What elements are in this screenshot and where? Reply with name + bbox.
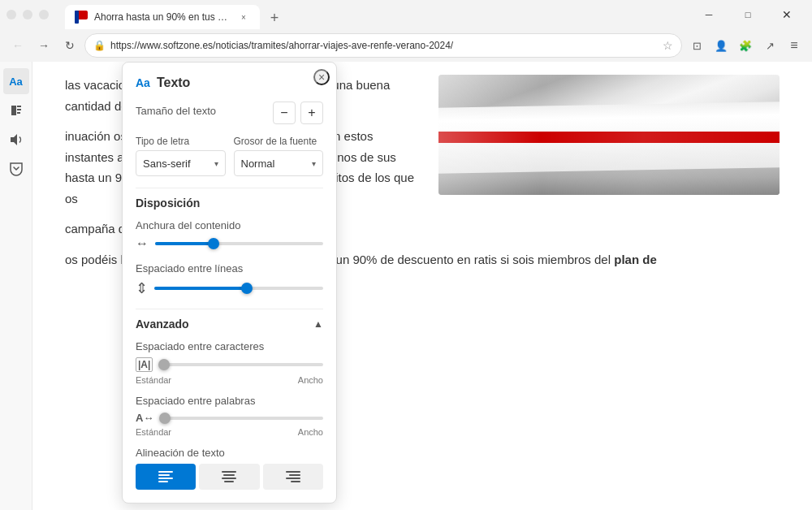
font-type-select[interactable]: Sans-serif ▾ xyxy=(136,150,226,176)
share-button[interactable]: ↗ xyxy=(758,34,781,57)
font-controls: Tipo de letra Sans-serif ▾ Grosor de la … xyxy=(136,136,323,176)
content-width-track[interactable] xyxy=(155,242,323,245)
back-button[interactable]: ← xyxy=(6,34,29,57)
line-spacing-icon: ⇕ xyxy=(136,279,148,297)
browser-content: Aa xyxy=(0,62,812,510)
font-size-control: Tamaño del texto − + xyxy=(136,102,323,124)
alignment-label: Alineación de texto xyxy=(136,447,323,459)
active-tab[interactable]: Ahorra hasta un 90% en tus via... × xyxy=(65,5,260,29)
navigation-bar: ← → ↻ 🔒 https://www.softzone.es/noticias… xyxy=(0,29,812,62)
tab-title: Ahorra hasta un 90% en tus via... xyxy=(94,11,231,23)
window-controls xyxy=(6,10,49,19)
font-type-value: Sans-serif xyxy=(143,158,214,170)
nav-actions: ⊡ 👤 🧩 ↗ ≡ xyxy=(685,34,806,57)
char-spacing-max-label: Ancho xyxy=(298,375,323,385)
font-weight-arrow-icon: ▾ xyxy=(312,159,316,168)
article-bold-2: plan de xyxy=(614,253,657,266)
word-spacing-label: Espaciado entre palabras xyxy=(136,395,323,407)
align-right-button[interactable] xyxy=(263,464,323,490)
word-spacing-icon: A↔ xyxy=(136,412,153,424)
svg-rect-11 xyxy=(286,471,300,473)
word-spacing-max-label: Ancho xyxy=(298,427,323,437)
char-spacing-icon: |A| xyxy=(136,357,153,372)
tab-bar: Ahorra hasta un 90% en tus via... × + xyxy=(58,0,687,29)
word-spacing-track[interactable] xyxy=(160,417,323,420)
font-weight-control: Grosor de la fuente Normal ▾ xyxy=(234,136,324,176)
align-left-button[interactable] xyxy=(136,464,196,490)
content-width-row: Anchura del contenido ↔ xyxy=(136,219,323,251)
content-width-label: Anchura del contenido xyxy=(136,219,323,231)
panel-close-button[interactable]: × xyxy=(313,69,330,85)
line-spacing-fill xyxy=(154,287,247,290)
layout-section-header: Disposición xyxy=(136,197,323,210)
restore-window-button[interactable]: □ xyxy=(729,2,767,27)
url-text: https://www.softzone.es/noticias/tramite… xyxy=(110,40,658,51)
train-image xyxy=(438,75,780,195)
align-center-button[interactable] xyxy=(199,464,259,490)
line-spacing-track[interactable] xyxy=(154,287,323,290)
content-width-thumb xyxy=(208,238,219,249)
font-weight-select[interactable]: Normal ▾ xyxy=(234,150,324,176)
close-window-button[interactable]: ✕ xyxy=(768,2,806,27)
svg-rect-7 xyxy=(222,471,236,473)
close-button[interactable] xyxy=(39,10,49,19)
lock-icon: 🔒 xyxy=(93,40,106,51)
minimize-button[interactable] xyxy=(6,10,16,19)
advanced-section: Avanzado ▲ Espaciado entre caracteres |A… xyxy=(136,318,323,490)
svg-rect-2 xyxy=(75,11,79,24)
char-spacing-track[interactable] xyxy=(159,363,323,366)
char-spacing-label: Espaciado entre caracteres xyxy=(136,340,323,352)
text-alignment-row: Alineación de texto xyxy=(136,447,323,490)
svg-rect-13 xyxy=(286,478,300,479)
svg-rect-10 xyxy=(224,481,234,482)
svg-rect-12 xyxy=(289,474,300,476)
sidebar-audio-button[interactable] xyxy=(3,127,29,153)
star-icon[interactable]: ☆ xyxy=(663,39,673,52)
content-width-icon: ↔ xyxy=(136,236,149,251)
reader-sidebar: Aa xyxy=(0,62,32,510)
word-spacing-row: Espaciado entre palabras A↔ Estándar Anc… xyxy=(136,395,323,437)
menu-button[interactable]: ≡ xyxy=(783,34,806,57)
sidebar-read-button[interactable] xyxy=(3,97,29,123)
word-spacing-slider: A↔ xyxy=(136,412,323,424)
font-weight-value: Normal xyxy=(241,158,313,170)
maximize-button[interactable] xyxy=(23,10,32,19)
content-width-fill xyxy=(155,242,214,245)
font-size-buttons: − + xyxy=(273,102,323,124)
panel-title: Aa Texto xyxy=(136,76,323,90)
svg-rect-9 xyxy=(222,478,236,479)
tab-favicon xyxy=(75,11,88,24)
tab-close-button[interactable]: × xyxy=(237,11,250,24)
alignment-buttons xyxy=(136,464,323,490)
divider-1 xyxy=(136,188,323,188)
char-spacing-labels: Estándar Ancho xyxy=(136,375,323,385)
address-bar[interactable]: 🔒 https://www.softzone.es/noticias/trami… xyxy=(84,33,682,58)
extensions-button[interactable]: 🧩 xyxy=(734,34,757,57)
font-weight-label: Grosor de la fuente xyxy=(234,136,324,147)
browser-frame: Ahorra hasta un 90% en tus via... × + ─ … xyxy=(0,0,812,510)
font-type-arrow-icon: ▾ xyxy=(214,159,218,168)
svg-rect-8 xyxy=(223,474,235,476)
advanced-header[interactable]: Avanzado ▲ xyxy=(136,318,323,331)
minimize-window-button[interactable]: ─ xyxy=(690,2,728,27)
char-spacing-slider: |A| xyxy=(136,357,323,372)
decrease-font-button[interactable]: − xyxy=(273,102,296,124)
font-type-control: Tipo de letra Sans-serif ▾ xyxy=(136,136,226,176)
article-hero-image xyxy=(438,75,780,195)
increase-font-button[interactable]: + xyxy=(300,102,323,124)
new-tab-button[interactable]: + xyxy=(263,6,286,29)
sidebar-pocket-button[interactable] xyxy=(3,156,29,182)
advanced-title: Avanzado xyxy=(136,318,189,331)
pocket-button[interactable]: ⊡ xyxy=(685,34,708,57)
svg-rect-3 xyxy=(158,471,173,473)
divider-2 xyxy=(136,309,323,309)
line-spacing-slider: ⇕ xyxy=(136,279,323,297)
word-spacing-min-label: Estándar xyxy=(136,427,171,437)
refresh-button[interactable]: ↻ xyxy=(58,34,81,57)
svg-rect-14 xyxy=(291,481,300,482)
sidebar-text-button[interactable]: Aa xyxy=(3,68,29,94)
font-type-label: Tipo de letra xyxy=(136,136,226,147)
profile-button[interactable]: 👤 xyxy=(710,34,732,57)
forward-button[interactable]: → xyxy=(32,34,55,57)
line-spacing-thumb xyxy=(241,283,253,294)
